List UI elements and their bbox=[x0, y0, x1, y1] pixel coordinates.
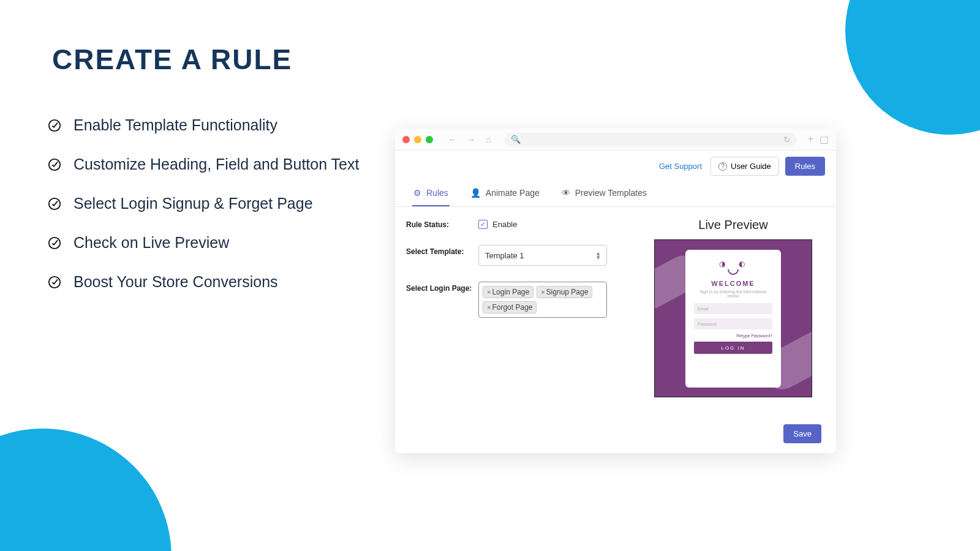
preview-email-field: Email bbox=[694, 303, 772, 314]
feature-text: Boost Your Store Conversions bbox=[74, 273, 278, 291]
user-guide-label: User Guide bbox=[731, 162, 771, 171]
check-circle-icon bbox=[48, 119, 61, 132]
face-icon: ◑ ◐ bbox=[719, 260, 747, 268]
eye-icon: 👁 bbox=[562, 188, 570, 198]
check-circle-icon bbox=[48, 158, 61, 171]
tag-label: Signup Page bbox=[546, 288, 589, 296]
tab-preview-templates[interactable]: 👁 Preview Templates bbox=[560, 182, 648, 206]
select-login-page-label: Select Login Page: bbox=[406, 282, 478, 293]
select-template-row: Select Template: Template 1 ▴▾ bbox=[406, 245, 647, 266]
forward-icon[interactable]: → bbox=[464, 134, 478, 144]
browser-toolbar: ← → ⌂ 🔍 ↻ + ▢ bbox=[395, 129, 836, 151]
maximize-icon[interactable] bbox=[426, 136, 433, 143]
app-panel: Get Support ? User Guide Rules ⚙ Rules 👤… bbox=[395, 151, 836, 453]
user-icon: 👤 bbox=[470, 188, 481, 198]
preview-column: Live Preview ◑ ◐ WELCOME Sign in by ente… bbox=[647, 218, 819, 414]
tag-signup-page[interactable]: ×Signup Page bbox=[537, 286, 592, 298]
feature-item: Enable Template Functionality bbox=[48, 116, 359, 134]
selected-template-value: Template 1 bbox=[485, 251, 524, 260]
tab-label: Rules bbox=[426, 188, 448, 198]
select-login-page-row: Select Login Page: ×Login Page ×Signup P… bbox=[406, 282, 647, 318]
new-tab-icon[interactable]: + bbox=[808, 133, 813, 145]
get-support-link[interactable]: Get Support bbox=[659, 162, 702, 171]
back-icon[interactable]: ← bbox=[445, 134, 459, 144]
preview-welcome: WELCOME bbox=[711, 280, 755, 287]
tabs-icon[interactable]: ▢ bbox=[820, 133, 829, 145]
feature-item: Check on Live Preview bbox=[48, 234, 359, 252]
live-preview-frame: ◑ ◐ WELCOME Sign in by entering the info… bbox=[654, 239, 812, 397]
preview-subtext: Sign in by entering the informations bel… bbox=[694, 290, 772, 298]
tab-rules[interactable]: ⚙ Rules bbox=[412, 182, 450, 206]
feature-text: Enable Template Functionality bbox=[74, 116, 277, 134]
remove-icon[interactable]: × bbox=[487, 288, 491, 296]
rule-status-row: Rule Status: ✓ Enable bbox=[406, 218, 647, 229]
template-select[interactable]: Template 1 ▴▾ bbox=[478, 245, 607, 266]
chevron-updown-icon: ▴▾ bbox=[597, 251, 600, 259]
svg-point-0 bbox=[49, 119, 60, 130]
login-page-multiselect[interactable]: ×Login Page ×Signup Page ×Forgot Page bbox=[478, 282, 607, 318]
app-footer: Save bbox=[395, 424, 836, 453]
tag-login-page[interactable]: ×Login Page bbox=[483, 286, 533, 298]
feature-item: Select Login Signup & Forget Page bbox=[48, 195, 359, 212]
feature-text: Select Login Signup & Forget Page bbox=[74, 195, 313, 212]
decorative-blob-top-right bbox=[845, 0, 980, 135]
rule-status-label: Rule Status: bbox=[406, 218, 478, 229]
tab-animate-page[interactable]: 👤 Animate Page bbox=[469, 182, 541, 206]
page-title: CREATE A RULE bbox=[52, 43, 292, 76]
svg-point-4 bbox=[49, 276, 60, 287]
remove-icon[interactable]: × bbox=[487, 304, 491, 311]
remove-icon[interactable]: × bbox=[541, 288, 545, 296]
rules-button[interactable]: Rules bbox=[785, 157, 825, 176]
check-circle-icon bbox=[48, 236, 61, 250]
help-icon: ? bbox=[718, 162, 727, 171]
user-guide-button[interactable]: ? User Guide bbox=[710, 157, 779, 176]
minimize-icon[interactable] bbox=[414, 136, 421, 143]
tab-label: Animate Page bbox=[486, 188, 540, 198]
address-bar[interactable]: 🔍 ↻ bbox=[505, 133, 797, 146]
check-circle-icon bbox=[48, 276, 61, 289]
decorative-blob-bottom-left bbox=[0, 429, 172, 551]
checkbox-icon: ✓ bbox=[478, 220, 488, 229]
preview-login-card: ◑ ◐ WELCOME Sign in by entering the info… bbox=[685, 250, 781, 388]
gear-icon: ⚙ bbox=[413, 188, 421, 198]
tag-label: Forgot Page bbox=[492, 303, 532, 312]
live-preview-title: Live Preview bbox=[698, 218, 767, 232]
svg-point-1 bbox=[49, 159, 60, 170]
window-controls bbox=[402, 136, 433, 143]
close-icon[interactable] bbox=[402, 136, 410, 143]
reload-icon[interactable]: ↻ bbox=[783, 135, 791, 144]
svg-point-2 bbox=[49, 198, 60, 209]
tag-label: Login Page bbox=[492, 288, 529, 296]
app-header: Get Support ? User Guide Rules bbox=[395, 151, 836, 182]
preview-password-field: Password bbox=[694, 318, 772, 329]
form-column: Rule Status: ✓ Enable Select Template: T… bbox=[402, 218, 647, 414]
panel-body: Rule Status: ✓ Enable Select Template: T… bbox=[395, 207, 836, 424]
feature-list: Enable Template Functionality Customize … bbox=[48, 116, 359, 312]
enable-checkbox[interactable]: ✓ Enable bbox=[478, 220, 517, 229]
svg-point-3 bbox=[49, 237, 60, 248]
tag-forgot-page[interactable]: ×Forgot Page bbox=[483, 301, 537, 313]
save-button[interactable]: Save bbox=[783, 424, 821, 443]
enable-label: Enable bbox=[492, 220, 517, 229]
tab-bar: ⚙ Rules 👤 Animate Page 👁 Preview Templat… bbox=[395, 182, 836, 207]
browser-mock: ← → ⌂ 🔍 ↻ + ▢ Get Support ? User Guide R… bbox=[395, 129, 836, 453]
feature-text: Check on Live Preview bbox=[74, 234, 229, 252]
feature-item: Boost Your Store Conversions bbox=[48, 273, 359, 291]
preview-login-button: LOG IN bbox=[694, 342, 772, 354]
feature-text: Customize Heading, Field and Button Text bbox=[74, 156, 359, 173]
preview-retype-link: Retype Password? bbox=[736, 334, 772, 338]
smile-icon bbox=[728, 269, 739, 275]
check-circle-icon bbox=[48, 197, 61, 211]
search-icon: 🔍 bbox=[511, 135, 521, 144]
feature-item: Customize Heading, Field and Button Text bbox=[48, 156, 359, 173]
select-template-label: Select Template: bbox=[406, 245, 478, 256]
home-icon[interactable]: ⌂ bbox=[483, 134, 494, 144]
tab-label: Preview Templates bbox=[575, 188, 647, 198]
